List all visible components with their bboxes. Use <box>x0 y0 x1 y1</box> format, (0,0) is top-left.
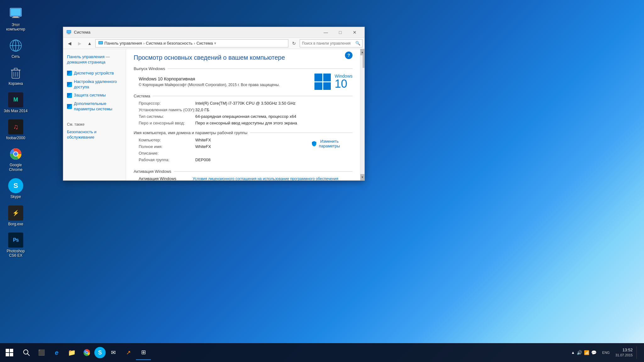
svg-rect-1 <box>11 9 21 16</box>
desktop-icon-foobar[interactable]: ♫ foobar2000 <box>3 119 28 140</box>
taskbar-mail-button[interactable]: ✉ <box>106 345 121 360</box>
shield-icon-advanced <box>67 104 72 109</box>
desktop-icon-label-foobar: foobar2000 <box>6 136 25 140</box>
desktop-icon-skype[interactable]: S Skype <box>3 178 28 199</box>
nav-forward-button[interactable]: ▶ <box>75 39 84 47</box>
fullname-label: Полное имя: <box>139 144 195 149</box>
taskbar-taskview-button[interactable]: ⬛ <box>34 345 49 360</box>
scroll-up-button[interactable]: ▲ <box>360 49 365 55</box>
taskbar-system-button[interactable]: ⊞ <box>136 345 151 360</box>
sidebar-advanced-link[interactable]: Дополнительные параметры системы <box>63 100 126 113</box>
sidebar-system-protection-label: Защита системы <box>74 93 106 98</box>
breadcrumb-system[interactable]: Система <box>197 41 213 46</box>
svg-rect-26 <box>10 353 13 356</box>
nav-up-button[interactable]: ▲ <box>85 39 94 47</box>
sidebar-security-label: Безопасность и обслуживание <box>67 129 122 140</box>
window-titlebar: Система — □ ✕ <box>63 27 364 38</box>
svg-rect-20 <box>67 34 70 35</box>
scrollbar[interactable]: ▲ ▼ <box>360 49 364 180</box>
start-button[interactable] <box>0 343 19 362</box>
address-path[interactable]: Панель управления › Система и безопаснос… <box>95 39 288 47</box>
processor-row: Процессор: Intel(R) Core(TM) i7-3770K CP… <box>139 101 353 106</box>
shield-icon-system-protection <box>67 93 72 98</box>
system-section-label: Система <box>134 94 150 98</box>
desktop-icon-network[interactable]: Сеть <box>3 38 28 59</box>
window-minimize-button[interactable]: — <box>319 27 333 38</box>
svg-rect-2 <box>13 16 18 17</box>
network-tray-icon[interactable]: 📶 <box>584 350 589 355</box>
foobar-icon: ♫ <box>8 119 23 134</box>
search-box: 🔍 <box>300 39 363 47</box>
search-icon[interactable]: 🔍 <box>355 41 360 46</box>
breadcrumb-control-panel[interactable]: Панель управления <box>104 41 142 46</box>
see-also-title: См. также <box>63 118 126 128</box>
taskbar-clock[interactable]: 13:52 31.07.2015 <box>615 347 633 358</box>
taskbar-chrome-button[interactable] <box>79 345 94 360</box>
show-desktop-button[interactable] <box>636 346 639 359</box>
sidebar-remote-access-link[interactable]: Настройка удаленного доступа <box>63 78 126 91</box>
system-type-value: 64-разрядная операционная система, проце… <box>195 114 296 119</box>
desktop-icon-trash[interactable]: Корзина <box>3 65 28 86</box>
taskbar-skype-button[interactable]: S <box>94 347 106 358</box>
desktop-icon-my-computer[interactable]: Этот компьютер <box>3 6 28 32</box>
taskbar-edge-button[interactable]: e <box>49 345 64 360</box>
sidebar-security-link[interactable]: Безопасность и обслуживание <box>63 128 126 142</box>
desktop-icon-chrome[interactable]: Google Chrome <box>3 146 28 172</box>
svg-rect-24 <box>10 349 13 352</box>
notification-icon[interactable]: 💬 <box>591 350 597 355</box>
desktop-icon-borg[interactable]: ⚡ Borg.exe <box>3 206 28 226</box>
windows-edition-name: Windows 10 Корпоративная <box>139 76 280 81</box>
desktop-icon-photoshop[interactable]: Ps Photoshop CS6 EX <box>3 233 28 258</box>
pen-value: Перо и сенсорный ввод недоступны для это… <box>195 121 297 125</box>
sidebar-device-manager-link[interactable]: Диспетчер устройств <box>63 69 126 78</box>
svg-point-31 <box>86 352 88 354</box>
workgroup-value: DEP008 <box>195 157 210 162</box>
system-info-grid: Процессор: Intel(R) Core(TM) i7-3770K CP… <box>139 101 353 125</box>
lang-indicator[interactable]: ENG <box>602 351 610 354</box>
scroll-down-button[interactable]: ▼ <box>360 174 365 180</box>
system-type-label: Тип системы: <box>139 114 195 119</box>
speaker-icon[interactable]: 🔊 <box>577 350 582 355</box>
help-button[interactable]: ? <box>345 52 353 59</box>
svg-point-27 <box>24 350 28 354</box>
network-icon <box>8 38 23 53</box>
taskbar-explorer-button[interactable]: 📁 <box>64 345 79 360</box>
desktop-icon-label-borg: Borg.exe <box>8 222 23 226</box>
description-label: Описание: <box>139 151 195 156</box>
svg-point-16 <box>14 152 18 156</box>
sidebar-system-protection-link[interactable]: Защита системы <box>63 91 126 100</box>
sidebar-advanced-label: Дополнительные параметры системы <box>74 101 122 112</box>
desktop-icon-label-network: Сеть <box>12 54 20 59</box>
breadcrumb-system-security[interactable]: Система и безопасность <box>146 41 193 46</box>
windows-edition-section-label: Выпуск Windows <box>134 66 165 71</box>
svg-rect-18 <box>67 30 71 33</box>
window-close-button[interactable]: ✕ <box>347 27 362 38</box>
ram-label: Установленная память (ОЗУ): <box>139 107 195 112</box>
windows-logo <box>314 74 331 90</box>
computer-value: WhiteFX <box>195 138 211 142</box>
desktop-icon-label-photoshop: Photoshop CS6 EX <box>3 249 28 258</box>
clock-time: 13:52 <box>615 347 633 353</box>
activation-grid: Активация Windows выполнена Условия лице… <box>139 176 353 180</box>
computer-row: Компьютер: WhiteFX <box>139 138 211 142</box>
trash-icon <box>8 65 23 80</box>
search-input[interactable] <box>302 41 355 46</box>
window-maximize-button[interactable]: □ <box>333 27 347 38</box>
main-content: ? Просмотр основных сведений о вашем ком… <box>126 49 360 180</box>
system-tray-chevron[interactable]: ▲ <box>571 350 575 355</box>
activation-license-link[interactable]: Условия лицензионного соглашения на испо… <box>193 177 353 180</box>
taskbar-search-button[interactable] <box>19 345 34 360</box>
desktop-icon-3dsmax[interactable]: M 3ds Max 2014 <box>3 92 28 113</box>
window-body: Панель управления — домашняя страница Ди… <box>63 49 364 180</box>
nav-refresh-button[interactable]: ↻ <box>290 39 298 47</box>
sidebar-home-link[interactable]: Панель управления — домашняя страница <box>63 53 126 67</box>
page-title: Просмотр основных сведений о вашем компь… <box>134 54 353 61</box>
change-settings-button[interactable]: Изменить параметры <box>311 139 340 148</box>
description-row: Описание: <box>139 151 211 156</box>
nav-back-button[interactable]: ◀ <box>65 39 74 47</box>
taskbar-arrow-button[interactable]: ↗ <box>121 345 136 360</box>
scroll-thumb[interactable] <box>363 55 365 68</box>
workgroup-label: Рабочая группа: <box>139 157 195 162</box>
sidebar-home-label: Панель управления — домашняя страница <box>67 54 122 65</box>
shield-icon-remote-access <box>67 82 72 87</box>
